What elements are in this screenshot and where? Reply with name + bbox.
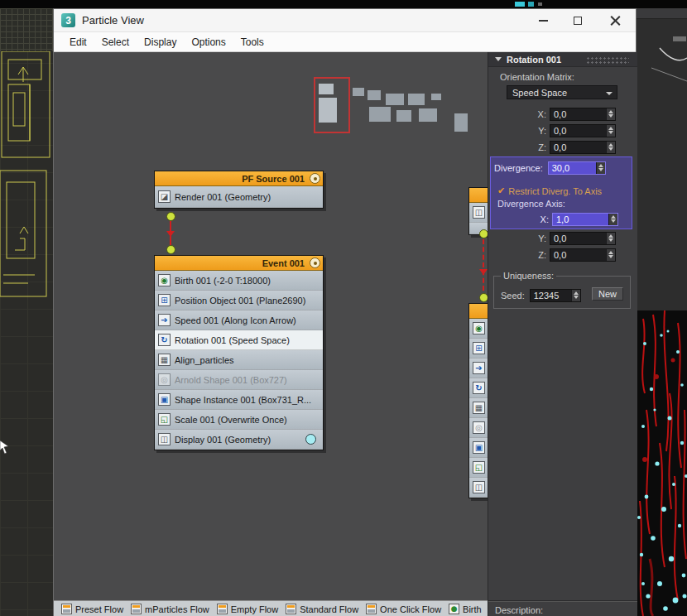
operator-row-scale[interactable]: Scale 001 (Overwrite Once) (155, 410, 323, 430)
operator-row-arnold-shape[interactable]: Arnold Shape 001 (Box727) (155, 370, 323, 390)
restrict-checkbox-row[interactable]: ✔ Restrict Diverg. To Axis (497, 184, 602, 198)
operator-row[interactable] (469, 359, 488, 378)
orientation-matrix-dropdown[interactable]: Speed Space (507, 85, 617, 99)
operator-row[interactable] (469, 378, 488, 398)
operator-row-display[interactable]: Display 001 (Geometry) (155, 430, 323, 450)
field-value: 0,0 (554, 233, 566, 243)
new-seed-button[interactable]: New (592, 287, 623, 301)
particle-view-window: 3 Particle View Edit Select Display Opti… (53, 8, 637, 616)
viewport-right-strip (637, 8, 687, 616)
taskbar-accent (538, 2, 542, 6)
desktop: 3 Particle View Edit Select Display Opti… (0, 0, 687, 616)
pf-source-output-dot[interactable] (166, 212, 175, 221)
operator-row[interactable] (469, 478, 488, 498)
operator-row-position-object[interactable]: Position Object 001 (Plane2690) (155, 291, 323, 310)
rotation-icon (158, 334, 171, 346)
depot-item-standard-flow[interactable]: Standard Flow (286, 604, 358, 614)
clipped-node-top[interactable] (468, 187, 488, 235)
divergence-spinner[interactable] (596, 162, 605, 174)
axis-x-spinner[interactable] (608, 214, 617, 225)
operator-row[interactable] (469, 319, 488, 339)
euler-x-field[interactable]: 0,0 (550, 108, 616, 121)
background-sketch (637, 25, 687, 108)
operator-row-rotation[interactable]: Rotation 001 (Speed Space) (155, 330, 323, 350)
shape-instance-icon (158, 393, 171, 406)
operator-row[interactable] (469, 418, 488, 438)
axis-x-row: X: 1,0 (491, 212, 618, 226)
rollout-header-rotation[interactable]: Rotation 001 (488, 52, 637, 67)
divergence-axis-label: Divergence Axis: (497, 199, 565, 209)
description-divider (488, 600, 637, 602)
euler-x-spinner[interactable] (606, 108, 615, 120)
axis-z-spinner[interactable] (606, 249, 615, 261)
app-logo: 3 (61, 13, 75, 27)
euler-z-row: Z: 0,0 (488, 140, 616, 154)
menu-select[interactable]: Select (94, 36, 137, 48)
clipped-node-bottom[interactable] (468, 303, 488, 498)
depot-bar: Preset Flow mParticles Flow Empty Flow S… (54, 600, 488, 616)
depot-item-preset-flow[interactable]: Preset Flow (61, 604, 123, 614)
depot-item-one-click-flow[interactable]: One Click Flow (366, 604, 441, 614)
maximize-button[interactable] (564, 9, 592, 32)
axis-y-spinner[interactable] (606, 233, 615, 244)
depot-item-mparticles-flow[interactable]: mParticles Flow (131, 604, 209, 614)
axis-y-field[interactable]: 0,0 (550, 232, 616, 245)
pf-source-node[interactable]: PF Source 001 Render 001 (Geometry) (154, 171, 324, 209)
depot-label: Birth (463, 604, 482, 614)
operator-row-birth[interactable]: Birth 001 (-2-0 T:18000) (155, 271, 323, 291)
uniqueness-group: Uniqueness: Seed: 12345 New (493, 276, 631, 309)
menu-display[interactable]: Display (137, 36, 184, 48)
empty-flow-icon (217, 604, 228, 614)
field-value: 1,0 (556, 214, 569, 224)
menu-edit[interactable]: Edit (62, 36, 94, 48)
node-canvas[interactable]: PF Source 001 Render 001 (Geometry) Even… (54, 52, 488, 600)
position-object-icon (158, 294, 171, 306)
wire-clipped[interactable] (483, 239, 484, 291)
operator-row[interactable] (469, 339, 488, 359)
close-button[interactable] (601, 9, 629, 32)
operator-row-shape-instance[interactable]: Shape Instance 001 (Box731_R... (155, 390, 323, 410)
dropdown-value: Speed Space (512, 88, 567, 98)
field-value: 0,0 (554, 126, 566, 136)
operator-row-speed[interactable]: Speed 001 (Along Icon Arrow) (155, 310, 323, 330)
seed-field[interactable]: 12345 (530, 289, 581, 302)
euler-z-spinner[interactable] (606, 142, 615, 153)
depot-item-birth[interactable]: Birth (449, 604, 482, 614)
clipped-event-input-dot[interactable] (479, 293, 488, 302)
minimize-button[interactable] (529, 9, 557, 32)
axis-x-field[interactable]: 1,0 (552, 213, 618, 226)
axis-z-field[interactable]: 0,0 (550, 248, 616, 262)
operator-row[interactable] (469, 398, 488, 418)
euler-y-spinner[interactable] (606, 125, 615, 137)
operator-row[interactable] (469, 203, 488, 223)
divergence-field[interactable]: 30,0 (548, 161, 606, 175)
window-titlebar[interactable]: 3 Particle View (54, 9, 636, 32)
rotation-icon (473, 382, 485, 394)
orientation-matrix-label: Orientation Matrix: (500, 72, 574, 82)
pf-source-badge-icon (310, 173, 320, 184)
pf-source-title: PF Source 001 (242, 174, 305, 184)
event-node[interactable]: Event 001 Birth 001 (-2-0 T:18000) Posit… (154, 255, 324, 450)
operator-label: Scale 001 (Overwrite Once) (175, 415, 287, 425)
event-input-dot[interactable] (166, 245, 175, 254)
display-color-swatch[interactable] (305, 434, 316, 445)
operator-row[interactable] (469, 458, 488, 478)
seed-spinner[interactable] (571, 290, 580, 301)
clipped-node-output-dot[interactable] (479, 229, 488, 238)
node-thumbnail (396, 110, 411, 122)
operator-row-align-particles[interactable]: Align_particles (155, 350, 323, 370)
event-badge-icon (310, 257, 320, 268)
event-header[interactable]: Event 001 (155, 256, 323, 271)
euler-y-field[interactable]: 0,0 (550, 124, 616, 137)
depot-item-empty-flow[interactable]: Empty Flow (217, 604, 278, 614)
pf-source-header[interactable]: PF Source 001 (155, 171, 323, 186)
operator-label: Shape Instance 001 (Box731_R... (175, 395, 311, 405)
operator-row-render[interactable]: Render 001 (Geometry) (155, 186, 323, 208)
menu-options[interactable]: Options (184, 36, 233, 48)
depot-label: Standard Flow (300, 604, 358, 614)
menu-tools[interactable]: Tools (233, 36, 271, 48)
shape-instance-icon (473, 441, 485, 454)
operator-row[interactable] (469, 438, 488, 458)
display-icon (158, 433, 171, 445)
euler-z-field[interactable]: 0,0 (550, 141, 616, 154)
